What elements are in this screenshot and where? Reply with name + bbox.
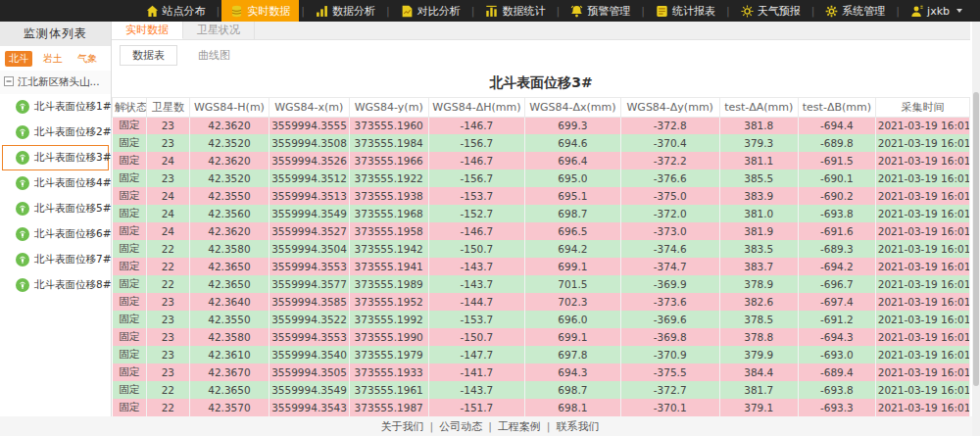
table-cell: 42.3650 [189, 275, 269, 293]
table-cell: 2021-03-19 16:01:18 [875, 363, 969, 381]
sidebar-item-list: 北斗表面位移1#北斗表面位移2#北斗表面位移3#北斗表面位移4#北斗表面位移5#… [0, 94, 111, 298]
sidebar-item-label: 北斗表面位移4# [34, 176, 111, 190]
table-cell: 373555.1922 [349, 170, 428, 187]
sidebar-item-5[interactable]: 北斗表面位移5# [2, 196, 109, 221]
page-scrollbar[interactable] [972, 22, 980, 436]
table-cell: 22 [147, 399, 190, 416]
table-cell: 373555.1984 [349, 134, 428, 152]
table-cell: 373555.1961 [349, 381, 428, 399]
table-cell: 379.9 [719, 346, 799, 363]
nav-separator: | [384, 5, 392, 18]
table-cell: 固定 [113, 134, 147, 152]
table-cell: -376.6 [620, 170, 719, 187]
table-cell: -156.7 [428, 170, 524, 187]
gear-icon [825, 5, 838, 18]
table-cell: -150.7 [428, 328, 524, 346]
footer-link-2[interactable]: 工程案例 [498, 419, 541, 434]
nav-item-data-analysis[interactable]: 数据分析 [307, 0, 384, 22]
table-cell: -141.7 [428, 363, 524, 381]
sidebar-item-label: 北斗表面位移2# [34, 125, 111, 139]
table-cell: -372.7 [620, 381, 719, 399]
table-row: 固定2342.35803559994.3553373555.1990-150.7… [113, 328, 970, 346]
nav-item-realtime-data[interactable]: 实时数据 [221, 0, 299, 22]
table-cell: 固定 [113, 205, 147, 222]
table-cell: 42.3580 [189, 328, 269, 346]
nav-item-system-management[interactable]: 系统管理 [816, 0, 894, 22]
subtab-1[interactable]: 曲线图 [185, 45, 243, 66]
table-cell: 42.3670 [189, 363, 269, 381]
nav-item-label: 实时数据 [247, 4, 290, 19]
footer-separator: | [429, 420, 433, 433]
table-cell: 3559994.3512 [270, 170, 349, 187]
nav-item-site-distribution[interactable]: 站点分布 [137, 0, 215, 22]
user-menu[interactable]: jxkb [902, 0, 966, 22]
sidebar-item-6[interactable]: 北斗表面位移6# [2, 221, 109, 247]
sidebar-item-8[interactable]: 北斗表面位移8# [2, 272, 109, 298]
table-cell: 3559994.3527 [270, 222, 349, 240]
footer-link-1[interactable]: 公司动态 [439, 419, 482, 434]
table-cell: 2021-03-19 16:01:17 [875, 381, 969, 399]
subtab-0[interactable]: 数据表 [120, 45, 177, 66]
nav-item-weather-forecast[interactable]: 天气预报 [732, 0, 809, 22]
footer: 关于我们|公司动态|工程案例|联系我们 [0, 416, 980, 436]
table-cell: 698.1 [524, 399, 620, 416]
table-cell: 2021-03-19 16:01:33 [875, 134, 969, 152]
table-cell: -693.8 [799, 381, 876, 399]
broadcast-icon [16, 100, 29, 114]
line-chart-icon [316, 5, 328, 18]
table-cell: 24 [147, 205, 190, 222]
table-cell: 2021-03-19 16:01:20 [875, 328, 969, 346]
table-cell: 384.4 [719, 363, 799, 381]
tree-root-node[interactable]: 江北新区猪头山... [0, 71, 111, 94]
nav-item-label: 系统管理 [842, 4, 885, 19]
table-cell: 2021-03-19 16:01:19 [875, 346, 969, 363]
nav-item-compare-analysis[interactable]: 对比分析 [392, 0, 469, 22]
table-cell: 42.3570 [189, 399, 269, 416]
table-cell: 381.7 [719, 381, 799, 399]
table-cell: 固定 [113, 293, 147, 311]
main-tabs: 实时数据卫星状况 [112, 22, 970, 40]
user-icon [910, 5, 923, 18]
table-cell: 固定 [113, 187, 147, 205]
tab-1[interactable]: 卫星状况 [183, 22, 255, 39]
sidebar-tab-2[interactable]: 气象 [74, 51, 101, 67]
sidebar-item-2[interactable]: 北斗表面位移2# [2, 120, 109, 145]
table-cell: 42.3620 [189, 222, 269, 240]
sidebar-item-3[interactable]: 北斗表面位移3# [2, 145, 109, 170]
table-cell: 696.5 [524, 222, 620, 240]
table-cell: -146.7 [428, 152, 524, 170]
footer-link-0[interactable]: 关于我们 [380, 419, 423, 434]
sidebar-tab-0[interactable]: 北斗 [5, 51, 32, 67]
database-icon [230, 5, 243, 18]
sidebar-item-1[interactable]: 北斗表面位移1# [2, 94, 109, 120]
broadcast-icon [16, 151, 29, 165]
scrollbar-thumb[interactable] [973, 92, 979, 386]
nav-item-data-statistics[interactable]: 数据统计 [476, 0, 554, 22]
nav-separator: | [894, 5, 902, 18]
nav-item-statistical-reports[interactable]: 统计报表 [647, 0, 724, 22]
table-cell: 22 [147, 381, 190, 399]
table-cell: 2021-03-19 16:01:30 [875, 187, 969, 205]
table-cell: 42.3610 [189, 346, 269, 363]
home-icon [146, 5, 159, 18]
sidebar-tab-1[interactable]: 岩土 [39, 51, 67, 67]
sidebar-item-4[interactable]: 北斗表面位移4# [2, 170, 109, 196]
footer-link-3[interactable]: 联系我们 [557, 419, 600, 434]
table-cell: 698.7 [524, 205, 620, 222]
tab-0[interactable]: 实时数据 [112, 22, 183, 39]
table-cell: 23 [147, 293, 190, 311]
nav-item-label: 预警管理 [587, 4, 630, 19]
table-cell: 695.1 [524, 187, 620, 205]
table-cell: 373555.1966 [349, 152, 428, 170]
table-cell: -694.3 [799, 328, 876, 346]
column-header: test-ΔB(mm) [799, 97, 876, 117]
nav-items: 站点分布|实时数据|数据分析|对比分析|数据统计|预警管理|统计报表|天气预报|… [137, 0, 966, 22]
nav-item-alert-management[interactable]: 预警管理 [562, 0, 639, 22]
table-cell: 42.3560 [189, 205, 269, 222]
nav-item-label: 天气预报 [758, 4, 801, 19]
table-cell: 701.5 [524, 275, 620, 293]
table-cell: 373555.1987 [349, 399, 428, 416]
sidebar-item-7[interactable]: 北斗表面位移7# [2, 247, 109, 272]
table-cell: -144.7 [428, 293, 524, 311]
table-head: 解状态卫星数WGS84-H(m)WGS84-x(m)WGS84-y(m)WGS8… [113, 97, 970, 117]
